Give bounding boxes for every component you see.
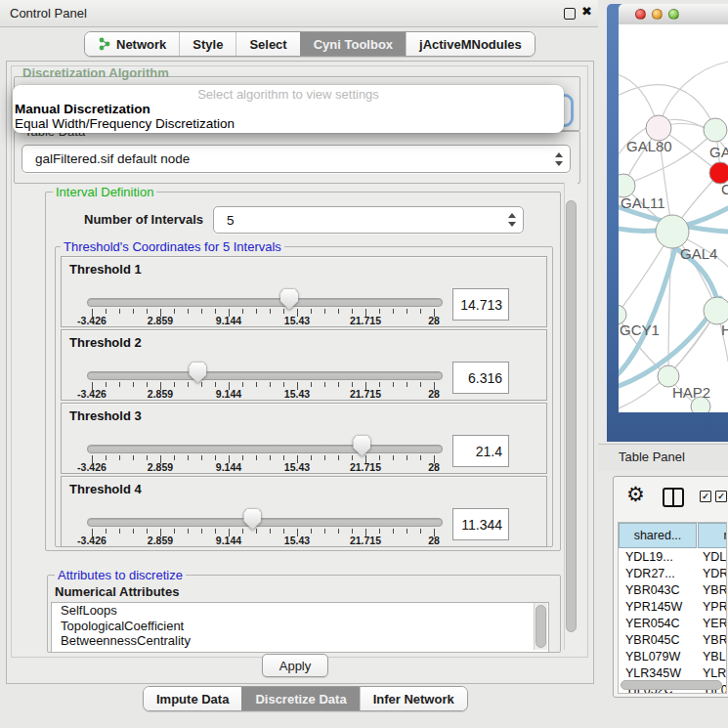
panel-scrollbar-track[interactable] [564, 183, 578, 650]
cell-name[interactable]: YDR2 [703, 566, 727, 582]
tab-style[interactable]: Style [179, 32, 236, 56]
slider-tick [147, 382, 148, 387]
table-data-combobox[interactable]: galFiltered.sif default node [21, 145, 571, 173]
attribute-list-item[interactable]: SelfLoops [52, 603, 548, 619]
slider-tick [201, 309, 202, 314]
close-icon[interactable]: ✖ [581, 4, 592, 19]
slider-tick-label: -3.426 [77, 461, 107, 473]
column-header-name[interactable]: n [698, 523, 727, 548]
slider-tick [174, 309, 175, 314]
network-node[interactable] [704, 297, 728, 324]
slider-tick [106, 382, 107, 387]
tab-infer-network[interactable]: Infer Network [360, 687, 467, 710]
table-data-value: galFiltered.sif default node [35, 146, 190, 172]
slider-track[interactable] [87, 518, 443, 527]
checkbox-icon[interactable]: ✓ [700, 491, 711, 502]
slider-tick [242, 455, 243, 460]
cell-shared-name[interactable]: YPR145W [625, 599, 682, 616]
attribute-list-item[interactable]: TopologicalCoefficient [52, 619, 548, 634]
cell-name[interactable]: YBR0 [703, 632, 727, 649]
tab-jactivemnodules[interactable]: jActiveMNodules [406, 32, 535, 56]
slider-tick-label: 15.43 [284, 461, 310, 473]
slider-track[interactable] [87, 445, 443, 453]
slider-tick-label: -3.426 [77, 388, 107, 400]
tab-impute-data[interactable]: Impute Data [144, 687, 241, 710]
attributes-listbox[interactable]: SelfLoopsTopologicalCoefficientBetweenne… [51, 602, 549, 653]
slider-tick [407, 529, 407, 534]
list-scrollbar-thumb[interactable] [535, 605, 546, 648]
slider-thumb[interactable] [189, 363, 206, 383]
dropdown-prompt: Select algorithm to view settings [13, 87, 564, 102]
threshold-value-field[interactable]: 14.713 [452, 288, 509, 321]
slider-tick [106, 455, 107, 460]
slider-tick [215, 455, 216, 460]
slider-thumb[interactable] [243, 509, 261, 530]
list-scrollbar-track[interactable] [534, 603, 547, 650]
slider-tick [311, 529, 312, 534]
network-view-window[interactable]: GAL80GACGAL11GAL4GCY1HHAP2 [607, 4, 728, 442]
attribute-list-item[interactable]: BetweennessCentrality [52, 633, 548, 649]
cell-shared-name[interactable]: YBR045C [625, 632, 680, 649]
tab-select[interactable]: Select [236, 32, 299, 56]
panel-scrollbar-thumb[interactable] [566, 200, 577, 632]
app-root: Control Panel ✖ Network Style Select Cyn… [0, 0, 728, 728]
slider-tick [133, 382, 134, 387]
slider-tick [379, 309, 380, 314]
slider-tick-label: 2.859 [148, 535, 173, 546]
slider-tick [270, 455, 271, 460]
cell-name[interactable]: YBL0 [703, 649, 727, 665]
close-traffic-light-icon[interactable] [635, 9, 646, 20]
slider-track[interactable] [87, 298, 443, 307]
cell-shared-name[interactable]: YBR043C [625, 582, 680, 599]
table-hscrollbar-thumb[interactable] [621, 680, 722, 690]
gear-icon[interactable]: ⚙ [626, 483, 645, 506]
cyni-bottom-tabbar: Impute Data Discretize Data Infer Networ… [143, 686, 468, 711]
threshold-value-field[interactable]: 11.344 [452, 508, 509, 540]
tab-cyni-toolbox[interactable]: Cyni Toolbox [300, 32, 406, 56]
cell-name[interactable]: YDL1 [703, 549, 727, 566]
number-of-intervals-combobox[interactable]: 5 [213, 206, 524, 234]
cell-name[interactable]: YER0 [703, 616, 727, 632]
checkbox-icon[interactable]: ✓ [715, 491, 727, 502]
table-row[interactable]: YER054CYER0 [619, 616, 727, 632]
column-header-shared-name[interactable]: shared... [619, 523, 697, 548]
cell-shared-name[interactable]: YDR27... [625, 566, 675, 582]
network-window-titlebar[interactable] [619, 4, 728, 25]
table-row[interactable]: YPR145WYPR1 [619, 599, 727, 616]
dropdown-option-manual[interactable]: Manual Discretization [15, 102, 150, 116]
zoom-traffic-light-icon[interactable] [668, 9, 679, 20]
float-window-icon[interactable] [564, 8, 576, 20]
threshold-value-field[interactable]: 21.4 [452, 435, 509, 467]
slider-tick [283, 529, 284, 534]
table-row[interactable]: YDL19...YDL1 [619, 549, 727, 566]
network-node[interactable] [704, 118, 727, 142]
table-row[interactable]: YBR043CYBR0 [619, 582, 727, 599]
dropdown-option-equal-width[interactable]: Equal Width/Frequency Discretization [15, 116, 235, 131]
thresholds-container: Threshold 1-3.4262.8599.14415.4321.71528… [61, 246, 545, 545]
slider-tick [338, 455, 339, 460]
table-row[interactable]: YDR27...YDR2 [619, 566, 727, 582]
cell-shared-name[interactable]: YDL19... [625, 549, 673, 566]
tab-network[interactable]: Network [85, 32, 179, 56]
apply-button[interactable]: Apply [262, 654, 328, 677]
threshold-value-field[interactable]: 6.316 [452, 362, 509, 394]
cell-shared-name[interactable]: YBL079W [625, 649, 680, 665]
cell-name[interactable]: YBR0 [703, 582, 727, 599]
table-row[interactable]: YBL079WYBL0 [619, 649, 727, 665]
network-canvas[interactable]: GAL80GACGAL11GAL4GCY1HHAP2 [619, 24, 728, 412]
tab-discretize-data[interactable]: Discretize Data [241, 687, 359, 710]
cell-name[interactable]: YPR1 [703, 599, 727, 616]
network-node-label: H [721, 321, 728, 338]
minimize-traffic-light-icon[interactable] [652, 9, 663, 20]
threshold-box: Threshold 2-3.4262.8599.14415.4321.71528… [61, 329, 547, 401]
cell-shared-name[interactable]: YER054C [625, 616, 680, 632]
table-row[interactable]: YBR045CYBR0 [619, 632, 727, 649]
slider-thumb[interactable] [353, 436, 370, 456]
slider-track[interactable] [87, 371, 443, 380]
slider-thumb[interactable] [280, 289, 298, 310]
network-node-label: GAL80 [626, 138, 672, 154]
slider-tick [379, 455, 380, 460]
network-node[interactable] [656, 215, 689, 248]
slider-tick [242, 309, 243, 314]
split-columns-icon[interactable] [663, 488, 684, 507]
